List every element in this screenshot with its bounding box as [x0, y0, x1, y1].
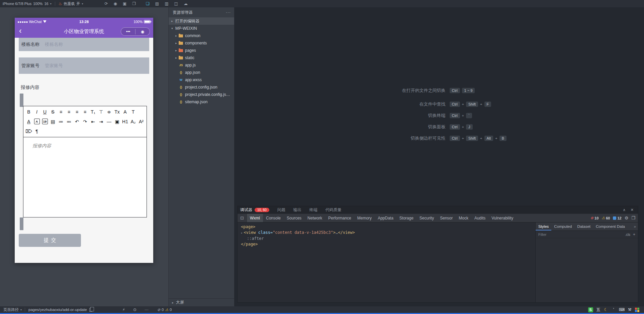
preview-eye-icon[interactable]: ⊙: [133, 307, 136, 312]
capsule-menu-button[interactable]: •••: [121, 30, 135, 34]
problem-counts[interactable]: ⊘ 0 ⚠ 0: [157, 308, 172, 312]
header-icon[interactable]: ⊤: [97, 107, 105, 117]
tree-item-app-js[interactable]: JSapp.js: [169, 61, 234, 69]
outdent-icon[interactable]: ⇤: [89, 117, 97, 126]
undo-icon[interactable]: ↶: [73, 117, 81, 126]
tree-item-pages[interactable]: ▸pages: [169, 47, 234, 54]
devtools-tab-wxml[interactable]: Wxml: [247, 214, 263, 222]
highlight-icon[interactable]: A: [34, 119, 40, 124]
section-project-root[interactable]: ▾ MP-WEIXIN: [169, 25, 234, 32]
error-count[interactable]: ⊗ 10: [590, 216, 599, 220]
screenshot-icon[interactable]: ▣: [123, 1, 126, 6]
align-center-icon[interactable]: ≡: [65, 107, 73, 117]
unordered-list-icon[interactable]: ≕: [65, 117, 73, 126]
section-large-screen[interactable]: ▸ 大屏: [169, 298, 234, 306]
title-icon[interactable]: T₁: [89, 107, 97, 117]
indent-icon[interactable]: ⇥: [97, 117, 105, 126]
ordered-list-icon[interactable]: ≔: [57, 117, 65, 126]
copy-path-icon[interactable]: [89, 308, 92, 312]
wubi-icon[interactable]: 五: [596, 307, 601, 312]
layout-icon[interactable]: ▥: [165, 1, 168, 6]
close-icon[interactable]: ✕: [631, 208, 634, 212]
debugger-tab-1[interactable]: 问题: [277, 207, 285, 213]
superscript-icon[interactable]: A²: [137, 117, 145, 126]
debugger-tab-0[interactable]: 调试器10, 60: [240, 207, 269, 213]
rotate-icon[interactable]: ⟳: [104, 1, 108, 6]
comma-icon[interactable]: ’: [611, 307, 616, 312]
debugger-tab-4[interactable]: 代码质量: [326, 207, 342, 213]
clipboard-icon[interactable]: ▤: [49, 117, 57, 126]
devtools-tab-network[interactable]: Network: [304, 214, 325, 222]
strikethrough-icon[interactable]: S: [49, 107, 57, 117]
record-icon[interactable]: ◉: [113, 1, 117, 6]
keyboard-icon[interactable]: ⌨: [619, 307, 625, 312]
devtools-tab-appdata[interactable]: AppData: [375, 214, 396, 222]
capsule-close-button[interactable]: ◉: [135, 30, 150, 34]
date-icon[interactable]: 19: [42, 119, 48, 124]
devtools-tab-vulnerability[interactable]: Vulnerability: [488, 214, 516, 222]
section-open-editors[interactable]: ▸ 打开的编辑器: [169, 17, 234, 25]
ime-grid-icon[interactable]: [635, 308, 639, 312]
expand-arrow-icon[interactable]: ▸: [241, 231, 243, 234]
add-style-icon[interactable]: +: [633, 232, 635, 237]
devtools-tab-storage[interactable]: Storage: [396, 214, 417, 222]
grid-icon[interactable]: ▤: [155, 1, 159, 6]
devtools-tab-mock[interactable]: Mock: [456, 214, 471, 222]
device-selector[interactable]: iPhone 6/7/8 Plus 100% 16 ▾: [3, 2, 52, 6]
devtools-tab-sources[interactable]: Sources: [284, 214, 304, 222]
devtools-tab-console[interactable]: Console: [263, 214, 284, 222]
devtools-tab-performance[interactable]: Performance: [325, 214, 354, 222]
clear-format-icon[interactable]: Tx: [113, 107, 121, 117]
page-path-selector[interactable]: 页面路径 ▾: [0, 307, 25, 312]
split-icon[interactable]: ◫: [174, 1, 178, 6]
rich-text-editor[interactable]: BIUS≡≡≡≡T₁⊤≑TxATAA19▤≔≕↶↷⇤⇥—▣H1A₂A²⌦¶ 报修…: [23, 106, 147, 217]
cls-toggle[interactable]: .cls: [625, 232, 630, 237]
warning-count[interactable]: ⚠ 60: [602, 216, 610, 220]
font-size-icon[interactable]: A: [121, 107, 129, 117]
devtools-tab-audits[interactable]: Audits: [471, 214, 488, 222]
form-field-building[interactable]: 楼栋名称 楼栋名称: [19, 38, 149, 51]
text-color-icon[interactable]: A: [25, 117, 33, 126]
moon-icon[interactable]: ☾: [604, 307, 609, 312]
trash-icon[interactable]: ⌦: [25, 126, 33, 136]
line-height-icon[interactable]: ≑: [105, 107, 113, 117]
tree-item-common[interactable]: ▸common: [169, 32, 234, 39]
image-icon[interactable]: ▣: [113, 117, 121, 126]
tools-icon[interactable]: ⚒: [627, 307, 632, 312]
tree-item-app-wxss[interactable]: Wapp.wxss: [169, 76, 234, 84]
devtools-tab-sensor[interactable]: Sensor: [437, 214, 456, 222]
align-right-icon[interactable]: ≡: [73, 107, 81, 117]
overflow-chevrons-icon[interactable]: »: [634, 222, 638, 230]
compile-bolt-icon[interactable]: ⚡: [122, 307, 125, 312]
back-button[interactable]: ‹: [19, 26, 22, 36]
form-field-account[interactable]: 管家账号 管家账号: [19, 57, 149, 74]
styles-tab-dataset[interactable]: Dataset: [574, 222, 593, 230]
styles-tab-computed[interactable]: Computed: [551, 222, 574, 230]
underline-icon[interactable]: U: [41, 107, 49, 117]
tree-item-components[interactable]: ▸components: [169, 39, 234, 47]
editor-placeholder[interactable]: 报修内容: [23, 137, 147, 149]
italic-icon[interactable]: I: [33, 107, 41, 117]
dock-panel-icon[interactable]: ❐: [631, 215, 635, 220]
font-icon[interactable]: T: [129, 107, 137, 117]
debugger-tab-3[interactable]: 终端: [309, 207, 317, 213]
tree-item-app-json[interactable]: {}app.json: [169, 69, 234, 76]
collapse-icon[interactable]: ∧: [623, 208, 626, 212]
inspect-element-icon[interactable]: ⊡: [238, 214, 247, 222]
devtools-tab-security[interactable]: Security: [417, 214, 437, 222]
paragraph-icon[interactable]: ¶: [33, 126, 41, 136]
debugger-tab-2[interactable]: 输出: [293, 207, 301, 213]
cloud-icon[interactable]: ☁: [184, 1, 188, 6]
styles-tab-styles[interactable]: Styles: [536, 222, 551, 230]
tree-item-static[interactable]: ▸static: [169, 54, 234, 61]
message-count[interactable]: 12: [613, 216, 621, 220]
more-icon[interactable]: ···: [145, 307, 149, 312]
subscript-icon[interactable]: A₂: [129, 117, 137, 126]
more-actions-icon[interactable]: ···: [226, 10, 231, 15]
scroll-handle[interactable]: [20, 217, 23, 230]
redo-icon[interactable]: ↷: [81, 117, 89, 126]
styles-filter-input[interactable]: [538, 232, 622, 237]
hot-reload-toggle[interactable]: ♨ 热重载 开 ▾: [59, 1, 83, 6]
align-left-icon[interactable]: ≡: [57, 107, 65, 117]
settings-gear-icon[interactable]: ⚙: [625, 215, 629, 220]
